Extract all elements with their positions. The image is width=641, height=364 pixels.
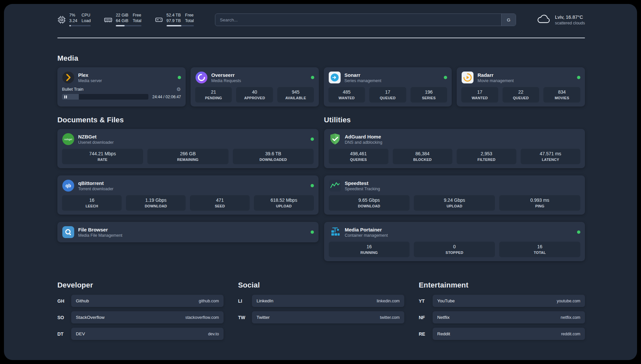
bookmarks-social: Social LILinkedInlinkedin.comTWTwittertw… — [238, 281, 404, 340]
bookmark-row: DTDEVdev.to — [57, 328, 224, 340]
app-card-filebrowser[interactable]: File Browser Media File Management — [57, 222, 319, 242]
stat-tile: 618.52 MbpsUPLOAD — [254, 195, 314, 211]
stat-tiles: 17WANTED22QUEUED834MOVIES — [461, 87, 580, 103]
weather-location: Lviv, 16.87°C — [555, 15, 585, 20]
bookmark-abbr: DT — [57, 331, 67, 337]
playback-progress-bar[interactable] — [62, 94, 148, 100]
app-card-portainer[interactable]: Media Portainer Container management 16R… — [324, 222, 585, 261]
bookmark-link-github[interactable]: Githubgithub.com — [71, 295, 224, 307]
stat-value: 47.571 ms — [523, 151, 578, 156]
bookmark-name: LinkedIn — [257, 298, 273, 303]
bookmark-row: SOStackOverflowstackoverflow.com — [57, 311, 224, 323]
stat-label: UPLOAD — [256, 204, 312, 208]
app-card-radarr[interactable]: Radarr Movie management 17WANTED22QUEUED… — [457, 67, 585, 106]
bookmark-url: reddit.com — [561, 332, 580, 336]
app-name: Radarr — [477, 72, 514, 78]
stat-label: UPLOAD — [416, 204, 493, 208]
stat-tiles: 16LEECH1.19 GbpsDOWNLOAD471SEED618.52 Mb… — [62, 195, 314, 211]
stat-tile: 744.21 MbpsRATE — [62, 149, 143, 164]
bookmark-name: Reddit — [437, 331, 450, 336]
app-card-qbittorrent[interactable]: qb qBittorrent Torrent downloader 16LEEC… — [57, 175, 319, 215]
bookmark-link-youtube[interactable]: YouTubeyoutube.com — [433, 295, 585, 307]
stat-label: QUEUED — [504, 96, 537, 100]
svg-text:qb: qb — [65, 183, 71, 188]
stat-label: DOWNLOAD — [331, 204, 408, 208]
stat-value: 9.65 Gbps — [331, 197, 408, 203]
app-card-overseerr[interactable]: Overseerr Media Requests 21PENDING40APPR… — [191, 67, 319, 106]
stat-value: 17 — [371, 89, 404, 95]
stat-value: 40 — [238, 89, 271, 95]
stat-tile: 22QUEUED — [503, 87, 539, 103]
stat-value: 498,461 — [331, 151, 386, 156]
stat-tiles: 21PENDING40APPROVED945AVAILABLE — [195, 87, 314, 103]
stat-tiles: 744.21 MbpsRATE266 GBREMAINING39.6 TBDOW… — [62, 149, 314, 164]
bookmark-link-dev[interactable]: DEVdev.to — [71, 328, 224, 340]
disk-usage-bar — [167, 25, 194, 26]
app-card-adguard[interactable]: AdGuard Home DNS and adblocking 498,461Q… — [324, 129, 585, 168]
app-name: AdGuard Home — [345, 134, 382, 139]
stat-tile: 40APPROVED — [236, 87, 273, 103]
app-subtitle: Container management — [345, 233, 388, 238]
bookmark-abbr: LI — [238, 298, 247, 304]
ram-icon — [104, 15, 112, 24]
stat-label: SEED — [192, 204, 248, 208]
status-dot-online — [444, 76, 447, 79]
app-subtitle: Torrent downloader — [78, 187, 113, 191]
portainer-icon — [329, 226, 341, 238]
disk-free-value: 52.4 TB — [167, 13, 181, 18]
bookmark-link-linkedin[interactable]: LinkedInlinkedin.com — [252, 295, 404, 307]
app-card-speedtest[interactable]: Speedtest Speedtest Tracking 9.65 GbpsDO… — [324, 175, 585, 215]
bookmark-link-reddit[interactable]: Redditreddit.com — [433, 328, 585, 340]
search-engine-button[interactable]: G — [501, 14, 516, 26]
stat-tile: 16RUNNING — [329, 242, 410, 257]
app-subtitle: DNS and adblocking — [345, 140, 382, 145]
playback-time: 24:44 / 02:06:47 — [152, 95, 181, 99]
bookmark-abbr: YT — [419, 298, 428, 304]
stat-value: 618.52 Mbps — [256, 197, 312, 203]
stat-label: PENDING — [197, 96, 230, 100]
stat-tile: 17QUEUED — [369, 87, 406, 103]
status-dot-online — [311, 76, 314, 79]
utilities-column: Utilities AdGuard Home DNS and — [324, 116, 585, 261]
stat-value: 21 — [197, 89, 230, 95]
stat-label: BLOCKED — [395, 158, 450, 162]
bookmark-link-stackoverflow[interactable]: StackOverflowstackoverflow.com — [71, 311, 224, 323]
cpu-load-label: Load — [81, 19, 91, 23]
bookmark-row: RERedditreddit.com — [419, 328, 585, 340]
pause-icon[interactable] — [64, 95, 67, 98]
stat-tile: 266 GBREMAINING — [147, 149, 229, 164]
app-name: Media Portainer — [345, 227, 388, 232]
app-card-nzbget[interactable]: nzbget NZBGet Usenet downloader 744.21 M… — [57, 129, 319, 168]
gear-icon[interactable]: ⚙ — [176, 87, 181, 92]
stat-tile: 485WANTED — [328, 87, 365, 103]
stat-label: DOWNLOAD — [128, 204, 184, 208]
stat-tile: 9.24 GbpsUPLOAD — [414, 195, 495, 211]
app-card-sonarr[interactable]: Sonarr Series management 485WANTED17QUEU… — [324, 67, 452, 106]
stat-tile: 0STOPPED — [414, 242, 495, 257]
app-card-plex[interactable]: Plex Media server Bullet Train ⚙ 24:44 /… — [57, 67, 186, 106]
stat-value: 196 — [412, 89, 445, 95]
stat-tile: 945AVAILABLE — [277, 87, 314, 103]
stat-value: 485 — [330, 89, 363, 95]
cpu-label: CPU — [81, 13, 91, 18]
stat-label: WANTED — [463, 96, 496, 100]
stat-tile: 1.19 GbpsDOWNLOAD — [126, 195, 186, 211]
bookmark-link-netflix[interactable]: Netflixnetflix.com — [433, 311, 585, 323]
bookmark-row: LILinkedInlinkedin.com — [238, 295, 404, 307]
stat-tiles: 9.65 GbpsDOWNLOAD9.24 GbpsUPLOAD0.993 ms… — [329, 195, 581, 211]
overseerr-icon — [195, 71, 208, 84]
stat-value: 0 — [416, 244, 493, 249]
cpu-percent: 7% — [69, 13, 77, 18]
bookmark-link-twitter[interactable]: Twittertwitter.com — [252, 311, 404, 323]
cloud-icon — [537, 14, 551, 25]
section-title-entertainment: Entertainment — [419, 281, 585, 289]
ram-widget: 22 GiB 64 GiB Free Total — [104, 13, 141, 27]
app-subtitle: Media server — [78, 78, 102, 83]
app-name: Sonarr — [345, 72, 382, 78]
stat-label: PING — [501, 204, 578, 208]
bookmark-abbr: NF — [419, 315, 428, 320]
search-input[interactable] — [215, 17, 501, 22]
stat-tile: 471SEED — [190, 195, 250, 211]
bookmark-name: StackOverflow — [76, 315, 105, 320]
stat-label: REMAINING — [149, 158, 227, 162]
